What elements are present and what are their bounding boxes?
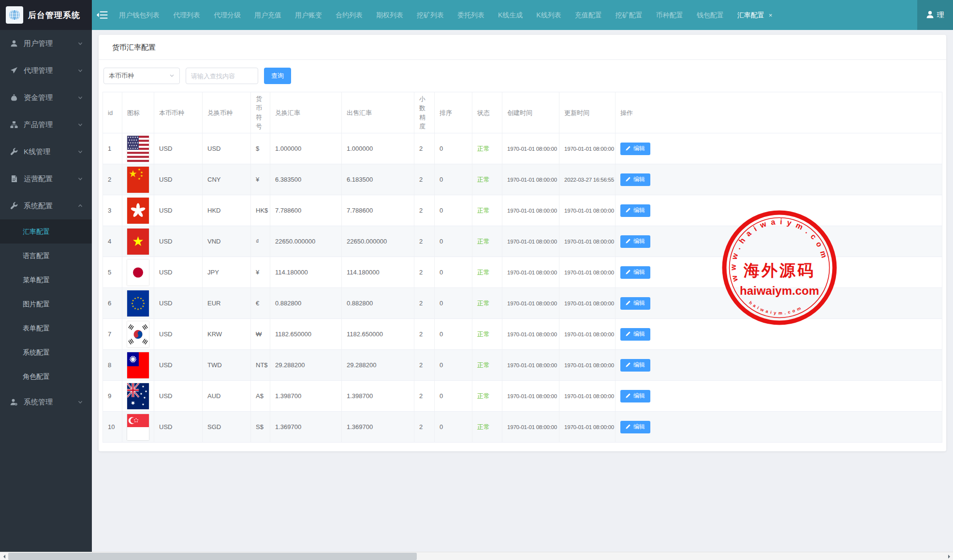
tab-9[interactable]: 委托列表 (451, 0, 491, 30)
scroll-left-button[interactable] (0, 552, 8, 560)
tab-7[interactable]: 期权列表 (369, 0, 410, 30)
sidebar-subitem-4[interactable]: 图片配置 (0, 292, 92, 316)
edit-button[interactable]: 编辑 (620, 328, 650, 341)
tab-16[interactable]: 汇率配置× (731, 0, 779, 30)
search-input[interactable] (186, 68, 258, 84)
cell-precision: 2 (414, 350, 435, 381)
table-row: 5USDJPY¥114.180000114.18000020正常1970-01-… (103, 257, 942, 288)
sidebar-item-2[interactable]: 代理管理 (0, 57, 92, 84)
status-badge: 正常 (477, 269, 490, 276)
top-header: 后台管理系统 用户钱包列表代理列表代理分级用户充值用户账变合约列表期权列表挖矿列… (0, 0, 953, 30)
edit-button-label: 编辑 (633, 423, 645, 431)
tab-15[interactable]: 钱包配置 (690, 0, 731, 30)
table-row: 6USDEUR€0.8828000.88280020正常1970-01-01 0… (103, 288, 942, 319)
edit-button-label: 编辑 (633, 144, 645, 153)
cell-base-currency: USD (154, 195, 203, 226)
tab-8[interactable]: 挖矿列表 (410, 0, 451, 30)
edit-button[interactable]: 编辑 (620, 143, 650, 155)
tab-11[interactable]: K线列表 (529, 0, 568, 30)
cell-actions: 编辑 (616, 319, 942, 350)
cell-exchange-rate: 22650.000000 (270, 226, 342, 257)
sidebar-toggle-button[interactable] (92, 0, 112, 30)
sidebar-item-4[interactable]: 产品管理 (0, 111, 92, 138)
cell-updated-at: 1970-01-01 08:00:00 (559, 195, 616, 226)
scroll-right-button[interactable] (945, 552, 953, 560)
edit-button-label: 编辑 (633, 299, 645, 307)
edit-button[interactable]: 编辑 (620, 421, 650, 433)
status-badge: 正常 (477, 423, 490, 431)
tab-6[interactable]: 合约列表 (329, 0, 369, 30)
table-row: 4USDVND₫22650.00000022650.00000020正常1970… (103, 226, 942, 257)
edit-button[interactable]: 编辑 (620, 235, 650, 248)
edit-button[interactable]: 编辑 (620, 266, 650, 279)
cell-flag (122, 226, 154, 257)
chevron-down-icon (77, 398, 83, 406)
sidebar-subitem-3[interactable]: 菜单配置 (0, 268, 92, 292)
sidebar-item-8[interactable]: 系统管理 (0, 388, 92, 416)
tab-14[interactable]: 币种配置 (649, 0, 690, 30)
status-badge: 正常 (477, 145, 490, 152)
col-header-12: 更新时间 (559, 92, 616, 133)
cell-updated-at: 1970-01-01 08:00:00 (559, 350, 616, 381)
status-badge: 正常 (477, 176, 490, 183)
tab-label: 用户钱包列表 (119, 11, 160, 19)
cell-flag (122, 381, 154, 412)
cell-base-currency: USD (154, 133, 203, 164)
currency-type-select[interactable]: 本币币种 (103, 68, 180, 84)
tab-5[interactable]: 用户账变 (288, 0, 329, 30)
cell-actions: 编辑 (616, 288, 942, 319)
tab-1[interactable]: 用户钱包列表 (112, 0, 166, 30)
horizontal-scrollbar[interactable] (0, 552, 953, 560)
edit-button[interactable]: 编辑 (620, 173, 650, 186)
flag-tw-icon (127, 352, 149, 378)
col-header-3: 本币币种 (154, 92, 203, 133)
cell-updated-at: 1970-01-01 08:00:00 (559, 412, 616, 443)
scrollbar-thumb[interactable] (8, 553, 417, 560)
sidebar-subitem-6[interactable]: 系统配置 (0, 340, 92, 364)
sidebar-item-5[interactable]: K线管理 (0, 138, 92, 165)
tab-12[interactable]: 充值配置 (568, 0, 609, 30)
app-logo: 后台管理系统 (0, 0, 92, 30)
sidebar-item-3[interactable]: 资金管理 (0, 84, 92, 111)
col-header-13: 操作 (616, 92, 942, 133)
sidebar-item-6[interactable]: 运营配置 (0, 165, 92, 192)
sidebar-subitem-7[interactable]: 角色配置 (0, 364, 92, 388)
cell-id: 6 (103, 288, 122, 319)
edit-button[interactable]: 编辑 (620, 297, 650, 310)
cell-base-currency: USD (154, 381, 203, 412)
flag-au-icon (127, 383, 149, 409)
cell-sort: 0 (435, 195, 472, 226)
pencil-icon (626, 176, 631, 183)
sidebar-item-7[interactable]: 系统配置 (0, 192, 92, 219)
edit-button[interactable]: 编辑 (620, 359, 650, 372)
tab-13[interactable]: 挖矿配置 (609, 0, 649, 30)
edit-button[interactable]: 编辑 (620, 390, 650, 402)
tab-4[interactable]: 用户充值 (248, 0, 288, 30)
cell-created-at: 1970-01-01 08:00:00 (502, 288, 559, 319)
search-button[interactable]: 查询 (264, 68, 291, 84)
tab-label: 代理分级 (214, 11, 241, 19)
edit-button[interactable]: 编辑 (620, 204, 650, 217)
sidebar-item-1[interactable]: 用户管理 (0, 30, 92, 57)
edit-button-label: 编辑 (633, 392, 645, 400)
cell-quote-currency: USD (203, 133, 251, 164)
tab-10[interactable]: K线生成 (491, 0, 529, 30)
cell-flag (122, 195, 154, 226)
cell-sort: 0 (435, 164, 472, 195)
cell-sort: 0 (435, 381, 472, 412)
sidebar-subitem-1[interactable]: 汇率配置 (0, 219, 92, 244)
tab-3[interactable]: 代理分级 (207, 0, 248, 30)
cell-created-at: 1970-01-01 08:00:00 (502, 226, 559, 257)
status-badge: 正常 (477, 300, 490, 307)
cell-exchange-rate: 29.288200 (270, 350, 342, 381)
sidebar-subitem-5[interactable]: 表单配置 (0, 316, 92, 340)
tab-2[interactable]: 代理列表 (166, 0, 207, 30)
cell-id: 1 (103, 133, 122, 164)
user-name: 理 (937, 11, 944, 20)
sidebar-subitem-2[interactable]: 语言配置 (0, 244, 92, 268)
user-menu[interactable]: 理 (917, 0, 953, 30)
cell-exchange-rate: 0.882800 (270, 288, 342, 319)
tab-close-icon[interactable]: × (769, 12, 773, 19)
cell-updated-at: 1970-01-01 08:00:00 (559, 319, 616, 350)
tab-label: 合约列表 (336, 11, 363, 19)
